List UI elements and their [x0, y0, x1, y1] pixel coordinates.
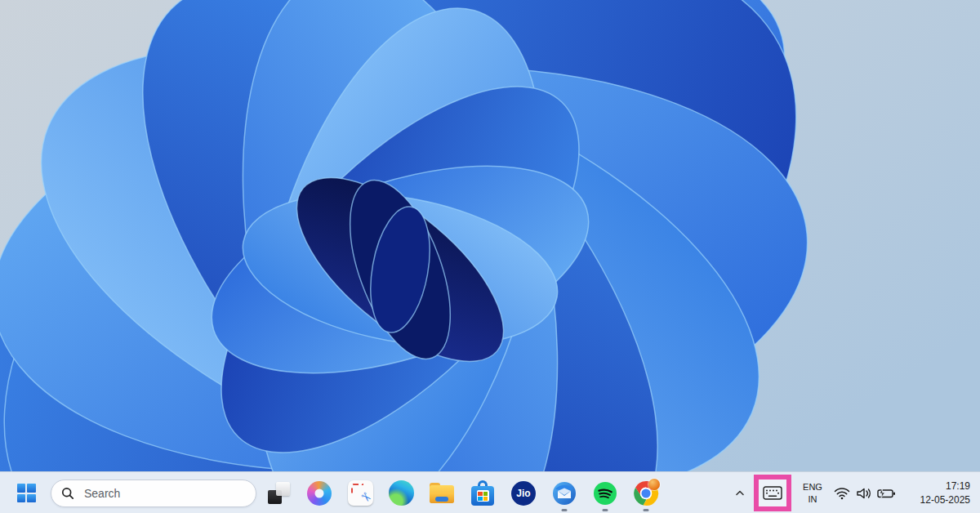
language-indicator[interactable]: ENG IN [798, 481, 827, 505]
running-indicator [644, 509, 649, 511]
touch-keyboard-button[interactable] [760, 481, 785, 506]
taskbar-icon-microsoft-store[interactable] [462, 472, 503, 513]
language-line2: IN [798, 493, 827, 505]
taskbar-icon-chrome[interactable] [626, 472, 666, 513]
clock-date: 12-05-2025 [905, 493, 970, 506]
thunderbird-icon [552, 481, 577, 506]
running-indicator [603, 509, 608, 511]
taskbar-icon-file-explorer[interactable] [421, 472, 462, 513]
task-view-button[interactable] [258, 472, 299, 513]
jio-icon: Jio [511, 481, 536, 506]
taskbar-icon-spotify[interactable] [585, 472, 626, 513]
copilot-icon [307, 481, 332, 506]
show-hidden-icons-button[interactable] [729, 480, 751, 506]
wifi-icon [834, 487, 850, 500]
search-input[interactable] [82, 486, 233, 501]
taskbar-icon-edge[interactable] [381, 472, 421, 513]
touch-keyboard-icon [763, 486, 782, 500]
battery-button[interactable] [875, 480, 897, 506]
file-explorer-icon [430, 483, 454, 503]
wifi-button[interactable] [831, 480, 853, 506]
taskbar-icon-copilot[interactable] [299, 472, 340, 513]
running-indicator [562, 509, 568, 511]
taskbar-icon-jio[interactable]: Jio [503, 472, 544, 513]
clock[interactable]: 17:19 12-05-2025 [905, 480, 970, 506]
windows-logo-icon [17, 484, 36, 502]
task-view-icon [268, 482, 290, 504]
desktop: ✂ Jio [0, 0, 980, 513]
battery-charging-icon [876, 488, 896, 499]
search-icon [61, 487, 74, 500]
chevron-up-icon [734, 488, 746, 499]
taskbar-icon-snipping-tool[interactable]: ✂ [340, 472, 381, 513]
annotation-highlight-box [754, 475, 791, 511]
clock-time: 17:19 [905, 480, 970, 493]
microsoft-store-icon [471, 480, 494, 506]
start-button[interactable] [10, 477, 42, 510]
spotify-icon [593, 481, 617, 506]
search-box[interactable] [51, 480, 256, 507]
volume-button[interactable] [853, 480, 875, 506]
desktop-wallpaper-bloom [0, 0, 980, 471]
language-line1: ENG [798, 481, 827, 493]
snipping-tool-icon: ✂ [348, 480, 373, 506]
chrome-profile-badge [648, 479, 660, 490]
taskbar-icon-thunderbird[interactable] [544, 472, 585, 513]
volume-icon [856, 487, 872, 500]
taskbar: ✂ Jio [0, 471, 980, 513]
edge-icon [389, 480, 414, 506]
